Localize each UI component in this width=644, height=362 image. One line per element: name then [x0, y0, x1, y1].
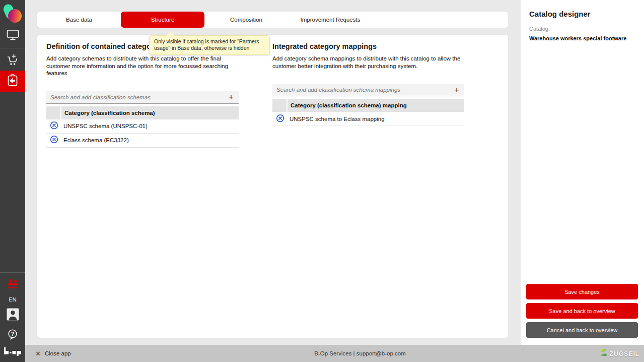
add-mapping-button[interactable]: + [449, 86, 464, 94]
tab-composition[interactable]: Composition [204, 12, 288, 28]
logo-gradient-circle [8, 9, 22, 23]
tab-improvement-requests[interactable]: Improvement Requests [288, 12, 373, 28]
remove-circle-x-icon [276, 114, 284, 124]
switch-users-icon [6, 278, 20, 292]
remove-mapping-button[interactable] [272, 114, 288, 124]
icon-column-header [272, 99, 287, 112]
save-and-back-button[interactable]: Save and back to overview [526, 303, 638, 319]
sidebar-divider [0, 272, 25, 273]
language-label[interactable]: EN [9, 296, 16, 303]
sidebar-divider [0, 48, 25, 48]
section-description: Add category schemas to distribute with … [46, 55, 239, 77]
mapping-row-label: UNSPSC schema to Eclass mapping [288, 116, 385, 122]
monitor-icon [7, 29, 19, 42]
cart-add-icon-button[interactable] [0, 50, 25, 71]
help-icon: ? [7, 329, 18, 342]
close-app-label: Close app [45, 350, 71, 356]
remove-schema-button[interactable] [46, 121, 61, 131]
remove-circle-x-icon [50, 135, 58, 145]
schema-table-header: Category (classification schema) [46, 106, 239, 119]
catalog-designer-nav-button[interactable] [0, 71, 25, 92]
clipboard-arrow-icon [6, 74, 19, 89]
category-mappings-section: Integrated category mappings Add categor… [272, 35, 464, 126]
remove-circle-x-icon [50, 121, 58, 131]
schema-search-input[interactable] [46, 94, 224, 100]
zugseil-logo-text: ZUGSEIL [609, 350, 639, 357]
icon-column-header [46, 106, 60, 119]
zugseil-z-icon [600, 349, 607, 358]
cancel-and-back-button[interactable]: Cancel and back to overview [526, 322, 638, 338]
app-sidebar: EN ? [0, 0, 25, 362]
close-icon: ✕ [35, 350, 41, 357]
save-changes-button[interactable]: Save changes [526, 284, 638, 299]
bop-logo [4, 347, 22, 358]
footer-bar: ✕ Close app B-Op Services | support@b-op… [25, 345, 644, 362]
schema-row-label: Eclass schema (EC3322) [61, 137, 129, 143]
mapping-search-input[interactable] [272, 87, 449, 93]
switch-users-icon-button[interactable] [0, 275, 25, 295]
mapping-search-bar: + [272, 84, 464, 96]
monitor-icon-button[interactable] [0, 26, 25, 46]
user-avatar-button[interactable] [0, 305, 25, 325]
schema-row-label: UNSPSC schema (UNSPSC-01) [61, 123, 148, 129]
avatar-icon [7, 308, 19, 322]
section-title-category-mappings: Integrated category mappings [272, 42, 464, 50]
tab-bar: Base data Structure Composition Improvem… [37, 12, 508, 28]
table-row: Eclass schema (EC3322) [46, 134, 239, 148]
tab-base-data[interactable]: Base data [37, 12, 121, 28]
add-schema-button[interactable]: + [224, 93, 239, 101]
section-description: Add category schema mappings to distribu… [272, 55, 464, 70]
catalog-designer-panel: Catalog designer Catalog: Warehouse work… [521, 0, 644, 345]
schema-search-bar: + [46, 91, 239, 104]
structure-tab-tooltip: Only visible if catalog is marked for "P… [149, 35, 270, 55]
tab-structure[interactable]: Structure [121, 12, 204, 28]
column-header-label: Category (classification schema) mapping [288, 99, 464, 112]
table-row: UNSPSC schema to Eclass mapping [272, 112, 464, 126]
help-icon-button[interactable]: ? [0, 325, 25, 345]
support-contact-text: B-Op Services | support@b-op.com [277, 350, 443, 356]
catalog-name: Warehouse workers special footware [529, 35, 635, 41]
svg-text:?: ? [11, 331, 15, 337]
panel-title: Catalog designer [529, 10, 644, 18]
tooltip-arrow [166, 32, 174, 36]
column-header-label: Category (classification schema) [61, 106, 239, 119]
cart-add-icon [6, 53, 19, 68]
mapping-table-header: Category (classification schema) mapping [272, 99, 464, 112]
remove-schema-button[interactable] [46, 135, 61, 145]
zugseil-brand: ZUGSEIL [600, 349, 639, 358]
tooltip-text: Only visible if catalog is marked for "P… [154, 38, 259, 51]
catalog-label: Catalog: [529, 26, 644, 32]
app-logo[interactable] [2, 3, 23, 26]
content-panel: Definition of contained categories Add c… [37, 35, 508, 338]
close-app-button[interactable]: ✕ Close app [35, 350, 71, 357]
action-button-stack: Save changes Save and back to overview C… [526, 284, 638, 338]
table-row: UNSPSC schema (UNSPSC-01) [46, 119, 239, 134]
main-area: Base data Structure Composition Improvem… [25, 0, 521, 345]
